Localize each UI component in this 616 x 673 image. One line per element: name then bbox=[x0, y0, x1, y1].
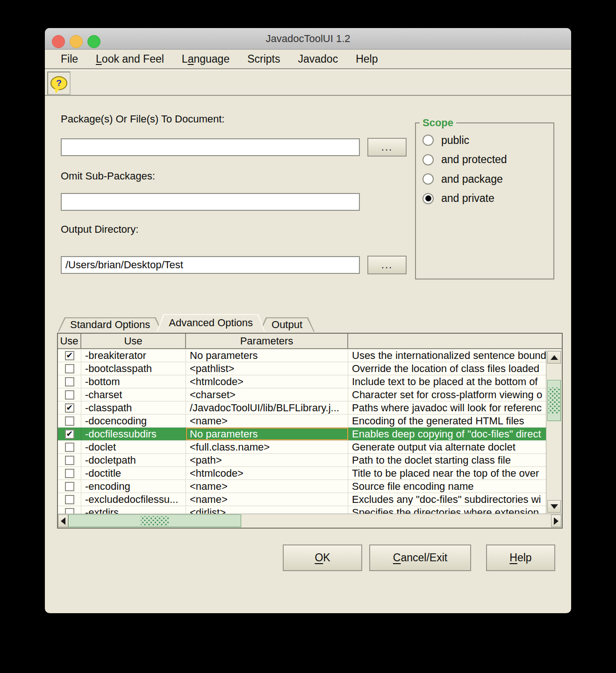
horizontal-scrollbar-thumb[interactable] bbox=[68, 515, 241, 527]
output-directory-input[interactable] bbox=[61, 256, 360, 274]
col-header-use-name[interactable]: Use bbox=[81, 334, 186, 348]
checkbox-unchecked-icon[interactable] bbox=[65, 390, 74, 400]
scope-option-and-protected[interactable]: and protected bbox=[423, 153, 507, 166]
radio-label: and private bbox=[441, 192, 494, 205]
tab-label: Advanced Options bbox=[157, 314, 265, 332]
description-cell: Title to be placed near the top of the o… bbox=[348, 467, 562, 480]
table-row-docletpath[interactable]: -docletpath<path>Path to the doclet star… bbox=[58, 454, 562, 467]
table-row-docencoding[interactable]: -docencoding<name>Encoding of the genera… bbox=[58, 415, 562, 428]
description-cell: Path to the doclet starting class file bbox=[348, 454, 562, 466]
window-title: JavadocToolUI 1.2 bbox=[45, 28, 571, 49]
checkbox-unchecked-icon[interactable] bbox=[65, 377, 74, 387]
tab-output[interactable]: Output bbox=[259, 317, 315, 332]
vertical-scrollbar[interactable] bbox=[546, 350, 562, 514]
left-arrow-icon bbox=[61, 517, 65, 525]
help-button[interactable]: Help bbox=[486, 544, 555, 571]
checkbox-unchecked-icon[interactable] bbox=[65, 443, 74, 452]
table-row-docfilessubdirs[interactable]: ✔-docfilessubdirsNo parametersEnables de… bbox=[58, 428, 562, 441]
option-name-cell: -bottom bbox=[81, 375, 186, 388]
omit-subpackages-input[interactable] bbox=[61, 193, 360, 211]
table-row-doctitle[interactable]: -doctitle<htmlcode>Title to be placed ne… bbox=[58, 467, 562, 480]
parameters-cell: /JavadocToolUI/lib/BLFLibrary.j... bbox=[186, 401, 348, 414]
menu-scripts[interactable]: Scripts bbox=[247, 53, 280, 65]
vertical-scrollbar-thumb[interactable] bbox=[547, 380, 561, 421]
table-row-classpath[interactable]: ✔-classpath/JavadocToolUI/lib/BLFLibrary… bbox=[58, 401, 562, 415]
checkbox-unchecked-icon[interactable] bbox=[65, 364, 74, 373]
table-row-doclet[interactable]: -doclet<full.class.name>Generate output … bbox=[58, 441, 562, 454]
table-row-excludedocfilessu[interactable]: -excludedocfilessu...<name>Excludes any … bbox=[58, 493, 562, 506]
use-checkbox-cell bbox=[58, 441, 81, 453]
description-cell: Specifies the directories where extensio… bbox=[348, 506, 562, 514]
cancel-exit-button[interactable]: Cancel/Exit bbox=[369, 544, 471, 571]
table-row-charset[interactable]: -charset<charset>Character set for cross… bbox=[58, 388, 562, 401]
use-checkbox-cell bbox=[58, 467, 81, 480]
menu-help[interactable]: Help bbox=[356, 53, 378, 65]
checkbox-checked-icon[interactable]: ✔ bbox=[65, 430, 74, 439]
scroll-down-button[interactable] bbox=[547, 500, 561, 513]
scope-option-and-package[interactable]: and package bbox=[423, 172, 503, 186]
parameters-cell: No parameters bbox=[186, 349, 348, 362]
radio-unselected-icon[interactable] bbox=[423, 135, 434, 146]
horizontal-scrollbar[interactable] bbox=[58, 514, 562, 528]
parameters-cell: <name> bbox=[186, 480, 348, 493]
description-cell: Source file encoding name bbox=[348, 480, 562, 493]
scope-option-public[interactable]: public bbox=[423, 134, 469, 147]
scroll-up-button[interactable] bbox=[547, 351, 561, 364]
scroll-right-button[interactable] bbox=[551, 515, 561, 527]
tab-standard-options[interactable]: Standard Options bbox=[58, 317, 162, 332]
title-bar[interactable]: JavadocToolUI 1.2 bbox=[45, 28, 571, 50]
radio-label: public bbox=[441, 134, 469, 147]
use-checkbox-cell bbox=[58, 415, 81, 427]
description-cell: Uses the internationalized sentence boun… bbox=[348, 349, 562, 362]
package-input[interactable] bbox=[61, 138, 360, 156]
option-name-cell: -doctitle bbox=[81, 467, 186, 480]
option-name-cell: -classpath bbox=[81, 401, 186, 414]
scope-option-and-private[interactable]: and private bbox=[423, 192, 494, 205]
tab-advanced-options[interactable]: Advanced Options bbox=[157, 314, 265, 332]
table-row-bootclasspath[interactable]: -bootclasspath<pathlist>Override the loc… bbox=[58, 362, 562, 375]
option-name-cell: -doclet bbox=[81, 441, 186, 453]
checkbox-checked-icon[interactable]: ✔ bbox=[65, 403, 74, 413]
parameters-cell: <path> bbox=[186, 454, 348, 466]
col-header-description[interactable] bbox=[348, 334, 562, 348]
option-name-cell: -bootclasspath bbox=[81, 362, 186, 375]
use-checkbox-cell bbox=[58, 375, 81, 388]
menu-file[interactable]: File bbox=[61, 53, 78, 65]
option-name-cell: -docfilessubdirs bbox=[81, 428, 186, 440]
table-row-breakiterator[interactable]: ✔-breakiteratorNo parametersUses the int… bbox=[58, 349, 562, 362]
down-arrow-icon bbox=[551, 504, 558, 509]
table-row-bottom[interactable]: -bottom<htmlcode>Include text to be plac… bbox=[58, 375, 562, 388]
option-name-cell: -excludedocfilessu... bbox=[81, 493, 186, 506]
thumb-grip-texture bbox=[141, 516, 169, 526]
description-cell: Include text to be placed at the bottom … bbox=[348, 375, 562, 388]
option-name-cell: -encoding bbox=[81, 480, 186, 493]
col-header-parameters[interactable]: Parameters bbox=[186, 334, 348, 348]
package-browse-button[interactable]: ... bbox=[367, 138, 407, 157]
radio-selected-icon[interactable] bbox=[423, 193, 434, 204]
menu-language[interactable]: Language bbox=[182, 53, 229, 65]
help-toolbar-button[interactable]: ? bbox=[47, 72, 71, 95]
menu-javadoc[interactable]: Javadoc bbox=[298, 53, 338, 65]
checkbox-unchecked-icon[interactable] bbox=[65, 469, 74, 478]
col-header-use-checkbox[interactable]: Use bbox=[58, 334, 81, 348]
scope-group: Scope publicand protectedand packageand … bbox=[415, 122, 554, 279]
checkbox-unchecked-icon[interactable] bbox=[65, 456, 74, 465]
checkbox-checked-icon[interactable]: ✔ bbox=[65, 351, 74, 360]
table-row-extdirs[interactable]: -extdirs<dirlist>Specifies the directori… bbox=[58, 506, 562, 514]
checkbox-unchecked-icon[interactable] bbox=[65, 482, 74, 491]
output-browse-button[interactable]: ... bbox=[367, 256, 407, 274]
checkbox-unchecked-icon[interactable] bbox=[65, 416, 74, 426]
ok-button[interactable]: OK bbox=[283, 544, 362, 571]
parameters-cell: No parameters bbox=[186, 428, 348, 440]
radio-unselected-icon[interactable] bbox=[423, 154, 434, 165]
use-checkbox-cell bbox=[58, 362, 81, 375]
checkbox-unchecked-icon[interactable] bbox=[65, 495, 74, 504]
parameters-cell: <htmlcode> bbox=[186, 375, 348, 388]
checkbox-unchecked-icon[interactable] bbox=[65, 508, 74, 514]
scroll-left-button[interactable] bbox=[58, 515, 68, 527]
radio-unselected-icon[interactable] bbox=[423, 173, 434, 185]
omit-subpackages-label: Omit Sub-Packages: bbox=[61, 170, 155, 182]
use-checkbox-cell bbox=[58, 388, 81, 401]
table-row-encoding[interactable]: -encoding<name>Source file encoding name bbox=[58, 480, 562, 493]
menu-look-and-feel[interactable]: Look and Feel bbox=[96, 53, 164, 65]
